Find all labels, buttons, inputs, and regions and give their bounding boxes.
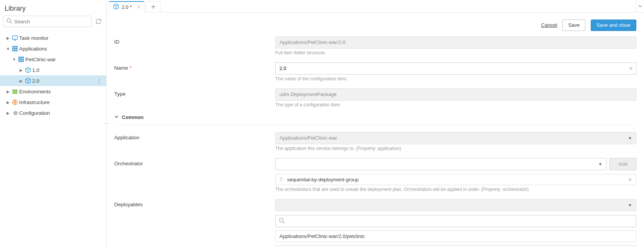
tree-node-v20[interactable]: ▶ 2.0 ⋮ [0, 75, 106, 86]
remove-icon[interactable]: ✕ [628, 177, 632, 182]
sidebar-title: Library [0, 0, 106, 16]
close-icon[interactable]: × [134, 4, 140, 10]
svg-line-1 [10, 22, 12, 24]
svg-rect-23 [12, 91, 18, 92]
svg-rect-20 [20, 60, 22, 62]
library-tree: ▶ Task monitor ▼ Applications ▼ PetClini… [0, 31, 106, 120]
package-icon [24, 78, 32, 84]
tree-label: 1.0 [32, 67, 103, 73]
caret-down-icon: ▼ [598, 162, 602, 166]
save-button[interactable]: Save [562, 20, 585, 31]
library-sidebar: Library ▶ Task monitor ▼ Applications [0, 0, 107, 246]
splitter-handle[interactable]: ⋮ [104, 121, 110, 125]
more-menu-icon[interactable]: ⋮ [95, 78, 103, 84]
name-label: Name [114, 62, 275, 71]
caret-icon: ▼ [12, 57, 17, 62]
tree-node-configuration[interactable]: ▶ Configuration [0, 108, 106, 118]
search-icon [6, 18, 12, 25]
svg-rect-18 [22, 59, 24, 60]
caret-icon: ▶ [18, 68, 24, 72]
cancel-button[interactable]: Cancel [541, 22, 557, 28]
action-row: Cancel Save Save and close [107, 13, 644, 35]
deployable-item[interactable]: Applications/PetClinic-war/2.0/petclinic [275, 230, 636, 242]
orchestrator-item[interactable]: ⠿ sequential-by-deployment-group ✕ [275, 174, 636, 185]
svg-line-27 [283, 222, 284, 223]
grid-icon [17, 56, 25, 62]
caret-icon: ▶ [18, 79, 24, 83]
infrastructure-icon [11, 99, 19, 105]
package-icon [113, 3, 119, 11]
svg-rect-6 [16, 46, 18, 47]
tree-label: Task monitor [19, 35, 103, 41]
svg-rect-17 [20, 59, 22, 60]
orchestrator-select[interactable]: ▼ [275, 158, 606, 170]
deployables-search-input[interactable] [275, 215, 636, 227]
svg-rect-8 [14, 48, 16, 49]
svg-point-26 [279, 218, 283, 222]
type-field: udm.DeploymentPackage [275, 88, 636, 101]
svg-rect-16 [18, 59, 20, 60]
environments-icon [11, 88, 19, 94]
section-common-toggle[interactable]: Common [114, 114, 636, 120]
svg-rect-13 [18, 57, 20, 58]
name-help: The name of the configuration item. [275, 76, 636, 81]
clear-icon[interactable]: ✕ [629, 65, 633, 72]
tree-node-petclinic[interactable]: ▼ PetClinic-war [0, 54, 106, 65]
new-tab-button[interactable]: + [146, 1, 161, 13]
caret-icon: ▶ [5, 111, 11, 115]
deployables-select[interactable]: ▼ [275, 199, 636, 211]
tree-node-applications[interactable]: ▼ Applications [0, 43, 106, 54]
divider [114, 125, 636, 125]
caret-icon: ▶ [5, 100, 11, 104]
svg-rect-9 [16, 48, 18, 49]
svg-rect-19 [18, 60, 20, 62]
tree-label: Applications [19, 46, 103, 52]
caret-icon: ▼ [5, 47, 11, 51]
tree-label: 2.0 [32, 78, 95, 84]
orchestrator-item-label: sequential-by-deployment-group [287, 177, 358, 182]
svg-rect-4 [12, 46, 14, 47]
id-field: Applications/PetClinic-war/2.0 [275, 36, 636, 49]
refresh-button[interactable] [94, 17, 103, 26]
type-help: The type of a configuration item. [275, 102, 636, 108]
svg-rect-21 [22, 60, 24, 62]
tree-node-infrastructure[interactable]: ▶ Infrastructure [0, 97, 106, 108]
caret-icon: ▶ [5, 36, 11, 40]
sidebar-search[interactable] [3, 16, 92, 27]
search-input[interactable] [3, 16, 92, 27]
tree-node-task-monitor[interactable]: ▶ Task monitor [0, 33, 106, 43]
tree-node-environments[interactable]: ▶ Environments [0, 86, 106, 97]
monitor-icon [11, 35, 19, 41]
svg-point-0 [7, 19, 11, 23]
orchestrator-help: The orchestrators that are used to creat… [275, 187, 636, 192]
grid-icon [11, 46, 19, 52]
tabs-dropdown-button[interactable] [636, 0, 644, 12]
id-help: Full item folder structure. [275, 50, 636, 55]
form: ID Applications/PetClinic-war/2.0 Full i… [107, 35, 644, 246]
save-and-close-button[interactable]: Save and close [591, 20, 636, 31]
svg-rect-2 [13, 36, 18, 39]
id-label: ID [114, 36, 275, 45]
name-input[interactable] [275, 62, 636, 75]
svg-rect-7 [12, 48, 14, 49]
drag-handle-icon[interactable]: ⠿ [279, 177, 283, 182]
caret-down-icon: ▼ [628, 203, 632, 207]
gear-icon [11, 110, 19, 116]
tab-active[interactable]: 2.0 * × [109, 1, 145, 13]
tab-bar: 2.0 * × + [107, 0, 644, 13]
application-select: Applications/PetClinic-war ▼ [275, 132, 636, 144]
tab-label: 2.0 * [122, 4, 132, 10]
svg-rect-15 [22, 57, 24, 58]
chevron-down-icon [114, 114, 119, 120]
tree-label: Configuration [19, 110, 103, 116]
orchestrator-add-button[interactable]: Add [610, 158, 636, 170]
svg-rect-12 [16, 50, 18, 51]
svg-rect-5 [14, 46, 16, 47]
tree-node-v10[interactable]: ▶ 1.0 [0, 65, 106, 75]
deployables-label: Deployables [114, 199, 275, 207]
svg-rect-10 [12, 50, 14, 51]
type-label: Type [114, 88, 275, 97]
tree-label: Infrastructure [19, 99, 103, 105]
caret-down-icon: ▼ [628, 136, 632, 140]
package-icon [24, 67, 32, 73]
